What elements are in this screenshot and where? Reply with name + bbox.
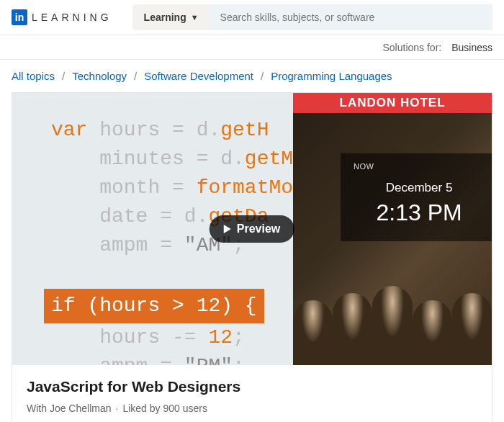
search-container	[210, 4, 492, 30]
preview-button[interactable]: Preview	[210, 215, 294, 243]
crumb-sep: /	[261, 70, 264, 82]
clock-time: 2:13 PM	[354, 199, 485, 226]
crumb-sep: /	[62, 70, 65, 82]
breadcrumb: All topics / Technology / Software Devel…	[0, 60, 504, 92]
course-meta: JavaScript for Web Designers With Joe Ch…	[12, 365, 492, 422]
crumb-software-dev[interactable]: Software Development	[144, 70, 253, 82]
product-dropdown[interactable]: Learning ▼	[132, 4, 210, 30]
video-still: LANDON HOTEL NOW December 5 2:13 PM	[293, 93, 492, 365]
course-author[interactable]: Joe Chellman	[50, 403, 112, 414]
course-card: var hours = d.getH minutes = d.getM mont…	[12, 92, 492, 422]
search-input[interactable]	[210, 4, 492, 30]
caret-down-icon: ▼	[191, 13, 199, 22]
crumb-programming-lang[interactable]: Programming Languages	[271, 70, 392, 82]
linkedin-icon: in	[12, 9, 27, 25]
crumb-technology[interactable]: Technology	[72, 70, 127, 82]
logo[interactable]: in LEARNING	[12, 9, 112, 25]
clock-date: December 5	[354, 181, 485, 195]
top-nav: in LEARNING Learning ▼	[0, 0, 504, 35]
dropdown-label: Learning	[144, 12, 186, 23]
hotel-banner: LANDON HOTEL	[293, 93, 492, 113]
preview-label: Preview	[237, 223, 280, 235]
crumb-sep: /	[134, 70, 137, 82]
clock-overlay: NOW December 5 2:13 PM	[341, 153, 492, 241]
crumb-all-topics[interactable]: All topics	[12, 70, 55, 82]
course-likes: Liked by 900 users	[122, 403, 207, 414]
play-icon	[224, 225, 231, 233]
course-title: JavaScript for Web Designers	[27, 378, 477, 395]
logo-text: LEARNING	[32, 12, 112, 23]
course-byline: With Joe Chellman·Liked by 900 users	[27, 403, 477, 414]
solutions-label: Solutions for:	[382, 42, 441, 53]
solutions-bar: Solutions for: Business	[0, 35, 504, 60]
video-preview[interactable]: var hours = d.getH minutes = d.getM mont…	[12, 93, 492, 365]
solutions-business-link[interactable]: Business	[451, 42, 492, 53]
clock-now: NOW	[354, 162, 485, 171]
